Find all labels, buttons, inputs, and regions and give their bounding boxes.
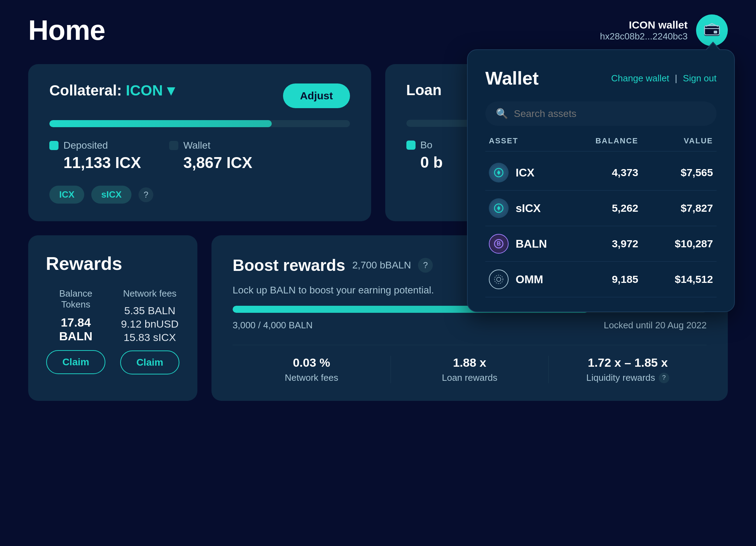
wallet-text: ICON wallet hx28c08b2...2240bc3 xyxy=(600,19,688,42)
balance-tokens-label: Balance Tokens xyxy=(46,288,106,310)
balance-tokens-col: Balance Tokens 17.84 BALN Claim xyxy=(46,288,106,374)
deposited-stat: Deposited 11,133 ICX xyxy=(49,140,141,172)
boost-stat-value-1: 1.88 x xyxy=(398,356,542,370)
dropdown-arrow xyxy=(706,43,720,51)
asset-icon-icx xyxy=(489,163,509,182)
wallet-actions: Change wallet | Sign out xyxy=(611,73,717,84)
network-fees-label: Network fees xyxy=(120,288,180,299)
collateral-progress-bar xyxy=(49,120,350,127)
asset-balance: 5,262 xyxy=(564,202,638,214)
asset-col-header-value: VALUE xyxy=(638,136,713,145)
boost-title: Boost rewards xyxy=(233,256,345,275)
asset-name-cell: sICX xyxy=(489,198,564,218)
network-fees-value-3: 15.83 sICX xyxy=(120,331,180,343)
balance-tokens-value: 17.84 BALN xyxy=(46,316,106,343)
search-box: 🔍 xyxy=(485,101,717,126)
change-wallet-button[interactable]: Change wallet xyxy=(611,73,669,84)
page-title: Home xyxy=(28,14,105,46)
boost-locked-until: Locked until 20 Aug 2022 xyxy=(604,320,707,331)
sign-out-button[interactable]: Sign out xyxy=(683,73,717,84)
asset-table-header: ASSET BALANCE VALUE xyxy=(485,136,717,151)
wallet-actions-divider: | xyxy=(675,73,677,84)
boost-divider xyxy=(233,345,707,345)
claim-button-2[interactable]: Claim xyxy=(120,350,179,374)
boost-stat-label-1: Loan rewards xyxy=(398,372,542,383)
asset-balance: 3,972 xyxy=(564,238,638,250)
asset-name-cell: B BALN xyxy=(489,234,564,254)
svg-rect-3 xyxy=(714,31,717,33)
boost-help-icon[interactable]: ? xyxy=(418,258,433,273)
boost-title-row: Boost rewards 2,700 bBALN ? xyxy=(233,256,433,275)
asset-balance: 9,185 xyxy=(564,273,638,285)
rewards-title: Rewards xyxy=(46,253,180,274)
boost-badge: 2,700 bBALN xyxy=(352,260,411,271)
boost-stat-loan-rewards: 1.88 x Loan rewards xyxy=(391,356,549,383)
asset-value: $7,827 xyxy=(638,202,713,214)
svg-text:B: B xyxy=(497,241,501,247)
boost-meta-row: 3,000 / 4,000 BALN Locked until 20 Aug 2… xyxy=(233,320,707,331)
wallet-dot xyxy=(169,141,178,150)
asset-icon-sicx xyxy=(489,198,509,218)
liquidity-help-icon[interactable]: ? xyxy=(659,373,669,383)
collateral-adjust-button[interactable]: Adjust xyxy=(283,83,350,108)
asset-row[interactable]: OMM 9,185 $14,512 xyxy=(485,262,717,297)
svg-rect-0 xyxy=(705,26,719,36)
tag-icx[interactable]: ICX xyxy=(49,186,84,204)
svg-point-11 xyxy=(494,275,503,284)
tag-sicx[interactable]: sICX xyxy=(91,186,131,204)
boost-stat-label-2: Liquidity rewards ? xyxy=(556,372,700,383)
borrow-label: Bo xyxy=(420,139,432,151)
boost-stat-label-0: Network fees xyxy=(240,372,383,383)
collateral-tags-row: ICX sICX ? xyxy=(49,186,350,204)
rewards-grid: Balance Tokens 17.84 BALN Claim Network … xyxy=(46,288,180,374)
boost-progress-label: 3,000 / 4,000 BALN xyxy=(233,320,313,331)
asset-name-text: BALN xyxy=(516,237,547,250)
asset-icon-omm xyxy=(489,269,509,289)
asset-rows-container: ICX 4,373 $7,565 sICX 5,262 $7,827 B BAL… xyxy=(485,155,717,297)
asset-balance: 4,373 xyxy=(564,167,638,179)
asset-row[interactable]: sICX 5,262 $7,827 xyxy=(485,191,717,226)
wallet-stat: Wallet 3,867 ICX xyxy=(169,140,252,172)
collateral-title-prefix: Collateral: xyxy=(49,82,122,99)
asset-row[interactable]: ICX 4,373 $7,565 xyxy=(485,155,717,191)
boost-stat-liquidity-rewards: 1.72 x – 1.85 x Liquidity rewards ? xyxy=(549,356,707,383)
wallet-address: hx28c08b2...2240bc3 xyxy=(600,31,688,42)
asset-name-cell: ICX xyxy=(489,163,564,182)
asset-row[interactable]: B BALN 3,972 $10,287 xyxy=(485,226,717,262)
collateral-help-icon[interactable]: ? xyxy=(139,187,153,202)
search-icon: 🔍 xyxy=(496,108,508,119)
asset-icon-baln: B xyxy=(489,234,509,254)
claim-button-1[interactable]: Claim xyxy=(46,350,105,374)
asset-name-cell: OMM xyxy=(489,269,564,289)
svg-point-8 xyxy=(497,207,500,210)
boost-stat-value-0: 0.03 % xyxy=(240,356,383,370)
wallet-dropdown: Wallet Change wallet | Sign out 🔍 ASSET … xyxy=(467,49,735,312)
asset-name-text: ICX xyxy=(516,166,534,179)
wallet-stat-label: Wallet xyxy=(183,140,210,151)
collateral-header: Collateral: ICON ▾ Adjust xyxy=(49,82,350,110)
svg-point-12 xyxy=(497,277,501,281)
boost-stats-row: 0.03 % Network fees 1.88 x Loan rewards … xyxy=(233,356,707,383)
boost-stat-network-fees: 0.03 % Network fees xyxy=(233,356,391,383)
wallet-dropdown-header: Wallet Change wallet | Sign out xyxy=(485,68,717,89)
borrow-stat: Bo 0 b xyxy=(406,139,443,171)
asset-value: $14,512 xyxy=(638,273,713,285)
deposited-label: Deposited xyxy=(63,140,108,151)
header: Home ICON wallet hx28c08b2...2240bc3 xyxy=(0,0,756,57)
collateral-title: Collateral: ICON ▾ xyxy=(49,82,174,99)
asset-name-text: sICX xyxy=(516,202,541,215)
collateral-stats-row: Deposited 11,133 ICX Wallet 3,867 ICX xyxy=(49,140,350,172)
boost-stat-value-2: 1.72 x – 1.85 x xyxy=(556,356,700,370)
asset-col-header-balance: BALANCE xyxy=(564,136,638,145)
deposited-value: 11,133 ICX xyxy=(49,154,141,172)
network-fees-col: Network fees 5.35 BALN 9.12 bnUSD 15.83 … xyxy=(120,288,180,374)
search-input[interactable] xyxy=(514,108,706,119)
wallet-name: ICON wallet xyxy=(600,19,688,31)
collateral-card: Collateral: ICON ▾ Adjust Deposited 11,1… xyxy=(28,64,371,221)
asset-name-text: OMM xyxy=(516,273,543,286)
borrow-value: 0 b xyxy=(406,154,443,171)
collateral-title-token: ICON ▾ xyxy=(126,82,174,99)
borrow-dot xyxy=(406,141,416,150)
rewards-card: Rewards Balance Tokens 17.84 BALN Claim … xyxy=(28,235,197,401)
asset-col-header-asset: ASSET xyxy=(489,136,564,145)
